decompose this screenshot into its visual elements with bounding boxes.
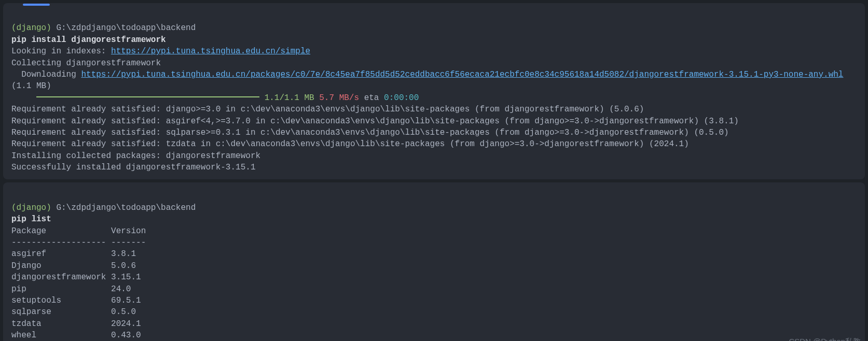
table-row: djangorestframework 3.15.1 [11, 273, 141, 282]
env-name: (django) [11, 203, 51, 212]
output-line: Requirement already satisfied: sqlparse>… [11, 128, 729, 137]
table-row: tzdata 2024.1 [11, 319, 141, 329]
index-url-link[interactable]: https://pypi.tuna.tsinghua.edu.cn/simple [111, 47, 310, 56]
progress-eta-label: eta [359, 93, 384, 103]
progress-indent [11, 93, 36, 103]
progress-eta: 0:00:00 [384, 93, 419, 103]
terminal-output-block-1[interactable]: (django) G:\zdpdjango\todoapp\backend pi… [3, 3, 865, 179]
table-row: Django 5.0.6 [11, 261, 136, 271]
table-row: wheel 0.43.0 [11, 331, 141, 340]
progress-size: 1.1/1.1 MB [265, 93, 314, 103]
table-row: setuptools 69.5.1 [11, 296, 141, 305]
env-name: (django) [11, 23, 51, 33]
output-line: Installing collected packages: djangores… [11, 151, 260, 161]
table-row: pip 24.0 [11, 285, 131, 294]
cwd-path: G:\zdpdjango\todoapp\backend [51, 23, 196, 33]
watermark: CSDN @Python私教 [789, 337, 861, 341]
table-separator: ------------------- ------- [11, 238, 146, 247]
output-line: Collecting djangorestframework [11, 59, 161, 68]
output-line: Downloading [11, 70, 81, 79]
command-text: pip list [11, 215, 51, 224]
progress-speed: 5.7 MB/s [319, 93, 359, 103]
command-text: pip install djangorestframework [11, 35, 166, 45]
table-header: Package Version [11, 226, 146, 236]
output-line: Looking in indexes: [11, 47, 111, 56]
package-list: asgiref 3.8.1 Django 5.0.6 djangorestfra… [11, 248, 857, 341]
output-line: Requirement already satisfied: django>=3… [11, 105, 644, 114]
table-row: sqlparse 0.5.0 [11, 307, 136, 317]
table-row: asgiref 3.8.1 [11, 249, 136, 259]
cwd-path: G:\zdpdjango\todoapp\backend [51, 203, 196, 212]
terminal-output-block-2[interactable]: (django) G:\zdpdjango\todoapp\backend pi… [3, 182, 865, 341]
download-url-link[interactable]: https://pypi.tuna.tsinghua.edu.cn/packag… [81, 70, 843, 79]
output-line: Requirement already satisfied: tzdata in… [11, 139, 689, 149]
progress-bar [36, 96, 259, 97]
output-line: Requirement already satisfied: asgiref<4… [11, 117, 739, 126]
output-line: Successfully installed djangorestframewo… [11, 163, 255, 172]
